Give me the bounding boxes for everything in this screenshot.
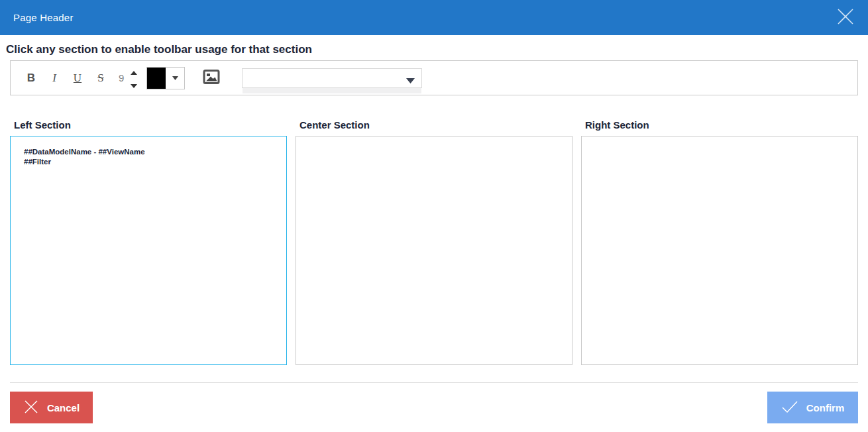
- left-section-column: Left Section ##DataModelName - ##ViewNam…: [10, 119, 287, 365]
- page-header-dialog: Page Header Click any section to enable …: [0, 0, 868, 432]
- color-swatch: [147, 68, 166, 89]
- footer-divider: [10, 382, 858, 383]
- section-content-line: ##DataModelName - ##ViewName: [24, 147, 278, 157]
- formatting-toolbar: B I U S 9: [10, 60, 858, 95]
- font-family-select[interactable]: [242, 68, 422, 88]
- center-section-box[interactable]: [296, 136, 572, 365]
- section-content-line: ##Filter: [24, 157, 278, 167]
- image-icon: [203, 68, 220, 87]
- center-section-label: Center Section: [299, 119, 572, 131]
- right-section-box[interactable]: [581, 136, 858, 365]
- checkmark-icon: [781, 400, 798, 416]
- confirm-label: Confirm: [806, 402, 845, 413]
- instruction-text: Click any section to enable toolbar usag…: [6, 43, 858, 56]
- bold-button[interactable]: B: [25, 72, 38, 85]
- cancel-label: Cancel: [47, 402, 80, 413]
- right-section-column: Right Section: [581, 119, 858, 365]
- dialog-title: Page Header: [13, 12, 74, 23]
- close-button[interactable]: [835, 7, 856, 28]
- x-icon: [23, 399, 39, 417]
- color-dropdown-arrow-icon: [166, 68, 184, 89]
- select-dropdown-arrow-icon: [406, 76, 415, 85]
- italic-button[interactable]: I: [48, 72, 61, 85]
- font-size-value: 9: [119, 72, 124, 83]
- close-icon: [836, 7, 855, 28]
- underline-button[interactable]: U: [71, 72, 84, 85]
- left-section-box[interactable]: ##DataModelName - ##ViewName ##Filter: [10, 136, 287, 365]
- font-color-picker[interactable]: [146, 67, 185, 89]
- left-section-label: Left Section: [14, 119, 287, 131]
- chevron-up-icon: [131, 66, 137, 78]
- sections-row: Left Section ##DataModelName - ##ViewNam…: [10, 119, 858, 365]
- right-section-label: Right Section: [585, 119, 858, 131]
- insert-image-button[interactable]: [203, 68, 220, 87]
- confirm-button[interactable]: Confirm: [767, 392, 858, 423]
- dialog-titlebar: Page Header: [0, 0, 868, 35]
- chevron-down-icon: [131, 79, 137, 91]
- footer: Cancel Confirm: [10, 392, 858, 423]
- cancel-button[interactable]: Cancel: [10, 392, 93, 423]
- font-size-stepper[interactable]: [131, 66, 137, 91]
- center-section-column: Center Section: [296, 119, 572, 365]
- strikethrough-button[interactable]: S: [94, 72, 107, 85]
